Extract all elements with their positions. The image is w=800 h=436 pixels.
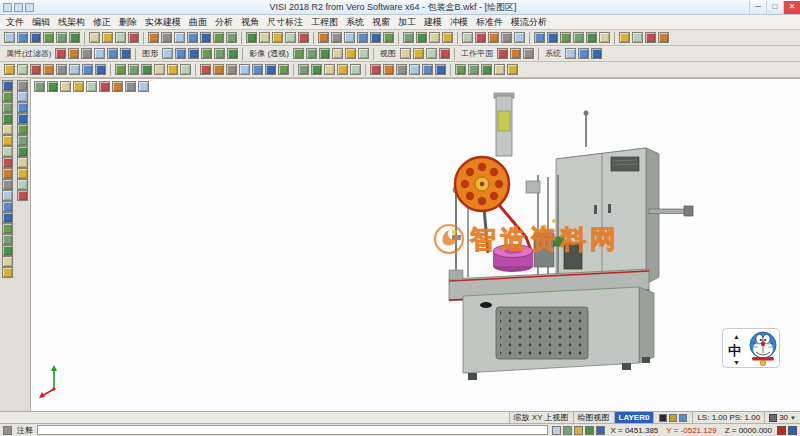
toolbar-icon[interactable] bbox=[409, 64, 420, 75]
toolbar-icon[interactable] bbox=[167, 64, 178, 75]
toolbar-icon[interactable] bbox=[462, 32, 473, 43]
toolbar-icon[interactable] bbox=[2, 124, 13, 135]
toolbar-icon[interactable] bbox=[17, 190, 28, 201]
toolbar-icon[interactable] bbox=[383, 64, 394, 75]
toolbar-icon[interactable] bbox=[534, 32, 545, 43]
toolbar-icon[interactable] bbox=[2, 157, 13, 168]
toolbar-icon[interactable] bbox=[2, 179, 13, 190]
toolbar-icon[interactable] bbox=[227, 48, 238, 59]
toolbar-icon[interactable] bbox=[187, 32, 198, 43]
toolbar-icon[interactable] bbox=[591, 48, 602, 59]
toolbar-icon[interactable] bbox=[138, 81, 149, 92]
menu-item[interactable]: 标准件 bbox=[472, 16, 507, 29]
toolbar-icon[interactable] bbox=[86, 81, 97, 92]
toolbar-icon[interactable] bbox=[214, 48, 225, 59]
toolbar-icon[interactable] bbox=[278, 64, 289, 75]
toolbar-icon[interactable] bbox=[619, 32, 630, 43]
toolbar-icon[interactable] bbox=[442, 32, 453, 43]
toolbar-icon[interactable] bbox=[43, 32, 54, 43]
toolbar-icon[interactable] bbox=[2, 113, 13, 124]
toolbar-icon[interactable] bbox=[17, 64, 28, 75]
toolbar-icon[interactable] bbox=[2, 212, 13, 223]
toolbar-icon[interactable] bbox=[115, 64, 126, 75]
toolbar-icon[interactable] bbox=[125, 81, 136, 92]
toolbar-icon[interactable] bbox=[358, 48, 369, 59]
menu-item[interactable]: 工程图 bbox=[307, 16, 342, 29]
intersection-snap-icon[interactable] bbox=[585, 426, 594, 435]
toolbar-icon[interactable] bbox=[69, 64, 80, 75]
toolbar-icon[interactable] bbox=[586, 32, 597, 43]
midpoint-snap-icon[interactable] bbox=[563, 426, 572, 435]
toolbar-icon[interactable] bbox=[2, 91, 13, 102]
menu-item[interactable]: 实体建模 bbox=[141, 16, 185, 29]
toolbar-icon[interactable] bbox=[55, 48, 66, 59]
toolbar-icon[interactable] bbox=[226, 64, 237, 75]
toolbar-icon[interactable] bbox=[319, 48, 330, 59]
toolbar-icon[interactable] bbox=[383, 32, 394, 43]
toolbar-icon[interactable] bbox=[337, 64, 348, 75]
minimize-button[interactable]: ─ bbox=[749, 1, 766, 14]
toolbar-icon[interactable] bbox=[213, 32, 224, 43]
ortho-icon[interactable] bbox=[596, 426, 605, 435]
menu-item[interactable]: 删除 bbox=[115, 16, 141, 29]
menu-item[interactable]: 视角 bbox=[237, 16, 263, 29]
toolbar-icon[interactable] bbox=[94, 48, 105, 59]
toolbar-icon[interactable] bbox=[370, 64, 381, 75]
toolbar-icon[interactable] bbox=[422, 64, 433, 75]
toolbar-icon[interactable] bbox=[2, 223, 13, 234]
toolbar-icon[interactable] bbox=[30, 32, 41, 43]
toolbar-icon[interactable] bbox=[213, 64, 224, 75]
toolbar-icon[interactable] bbox=[429, 32, 440, 43]
toolbar-icon[interactable] bbox=[293, 48, 304, 59]
red-indicator[interactable] bbox=[777, 426, 786, 435]
toolbar-icon[interactable] bbox=[2, 267, 13, 278]
toolbar-icon[interactable] bbox=[115, 32, 126, 43]
toolbar-icon[interactable] bbox=[17, 124, 28, 135]
toolbar-icon[interactable] bbox=[17, 113, 28, 124]
toolbar-icon[interactable] bbox=[252, 64, 263, 75]
toolbar-icon[interactable] bbox=[632, 32, 643, 43]
toolbar-icon[interactable] bbox=[128, 64, 139, 75]
toolbar-icon[interactable] bbox=[246, 32, 257, 43]
toolbar-icon[interactable] bbox=[141, 64, 152, 75]
toolbar-icon[interactable] bbox=[357, 32, 368, 43]
toolbar-icon[interactable] bbox=[99, 81, 110, 92]
toolbar-icon[interactable] bbox=[481, 64, 492, 75]
toolbar-icon[interactable] bbox=[81, 48, 92, 59]
toolbar-icon[interactable] bbox=[547, 32, 558, 43]
toolbar-icon[interactable] bbox=[30, 64, 41, 75]
toolbar-icon[interactable] bbox=[60, 81, 71, 92]
toolbar-icon[interactable] bbox=[43, 64, 54, 75]
toolbar-icon[interactable] bbox=[311, 64, 322, 75]
menu-item[interactable]: 系统 bbox=[342, 16, 368, 29]
close-button[interactable]: ✕ bbox=[783, 1, 800, 14]
toolbar-icon[interactable] bbox=[573, 32, 584, 43]
toolbar-icon[interactable] bbox=[416, 32, 427, 43]
toolbar-icon[interactable] bbox=[56, 64, 67, 75]
undo-icon[interactable] bbox=[25, 3, 34, 12]
toolbar-icon[interactable] bbox=[148, 32, 159, 43]
layer-palette-icon[interactable] bbox=[679, 414, 687, 422]
menu-item[interactable]: 尺寸标注 bbox=[263, 16, 307, 29]
menu-item[interactable]: 修正 bbox=[89, 16, 115, 29]
blue-indicator[interactable] bbox=[788, 426, 797, 435]
toolbar-icon[interactable] bbox=[272, 32, 283, 43]
toolbar-icon[interactable] bbox=[400, 48, 411, 59]
toolbar-icon[interactable] bbox=[259, 32, 270, 43]
toolbar-icon[interactable] bbox=[17, 168, 28, 179]
toolbar-icon[interactable] bbox=[298, 64, 309, 75]
toolbar-icon[interactable] bbox=[2, 135, 13, 146]
toolbar-icon[interactable] bbox=[17, 179, 28, 190]
toolbar-icon[interactable] bbox=[306, 48, 317, 59]
toolbar-icon[interactable] bbox=[560, 32, 571, 43]
toolbar-icon[interactable] bbox=[488, 32, 499, 43]
toolbar-icon[interactable] bbox=[154, 64, 165, 75]
menu-item[interactable]: 加工 bbox=[394, 16, 420, 29]
toolbar-icon[interactable] bbox=[507, 64, 518, 75]
menu-item[interactable]: 编辑 bbox=[28, 16, 54, 29]
toolbar-icon[interactable] bbox=[403, 32, 414, 43]
toolbar-icon[interactable] bbox=[435, 64, 446, 75]
toolbar-icon[interactable] bbox=[34, 81, 45, 92]
toolbar-icon[interactable] bbox=[4, 64, 15, 75]
grid-icon[interactable] bbox=[3, 426, 12, 435]
